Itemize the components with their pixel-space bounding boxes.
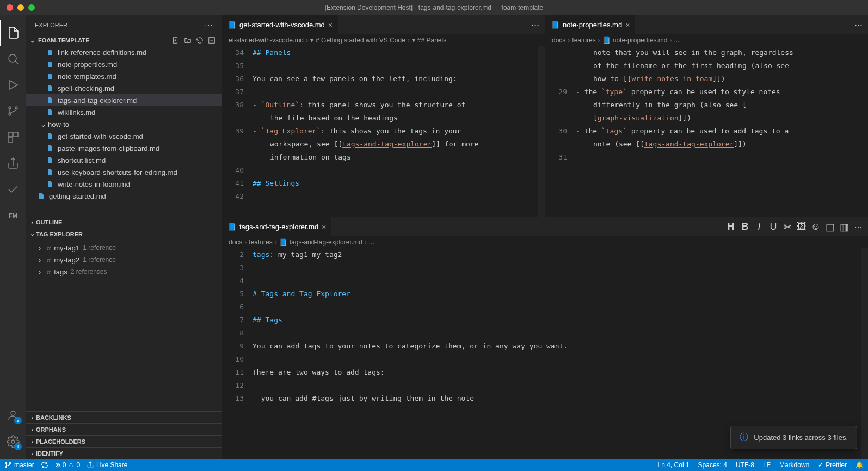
breadcrumbs[interactable]: et-started-with-vscode.md › ▾ # Getting … (222, 34, 545, 46)
strikethrough-icon[interactable]: U (769, 223, 778, 231)
errors-indicator[interactable]: ⊗0 ⚠0 (55, 461, 80, 469)
tag-item[interactable]: ›#my-tag11 reference (26, 242, 222, 254)
file-item[interactable]: write-notes-in-foam.md (26, 178, 222, 190)
split-icon[interactable]: ▥ (840, 223, 848, 231)
maximize-window-button[interactable] (28, 4, 35, 11)
encoding-indicator[interactable]: UTF-8 (736, 461, 754, 469)
main-area: FM 2 1 EXPLORER ··· ⌄ FOAM-TEMPLATE (0, 15, 868, 459)
svg-point-0 (9, 54, 16, 62)
backlinks-section[interactable]: › BACKLINKS (26, 411, 222, 423)
tag-item[interactable]: ›#tags2 references (26, 266, 222, 278)
settings-activity[interactable]: 1 (0, 429, 26, 455)
file-item[interactable]: tags-and-tag-explorer.md (26, 94, 222, 106)
code-content[interactable]: ## Panels You can see a few panels on th… (253, 46, 538, 217)
search-activity[interactable] (0, 46, 26, 72)
file-item[interactable]: paste-images-from-clipboard.md (26, 142, 222, 154)
folder-item[interactable]: ⌄how-to (26, 118, 222, 130)
minimize-window-button[interactable] (17, 4, 24, 11)
emoji-icon[interactable]: ☺ (811, 223, 820, 231)
file-item[interactable]: shortcut-list.md (26, 154, 222, 166)
foam-activity[interactable]: FM (0, 203, 26, 229)
more-icon[interactable]: ··· (854, 223, 863, 231)
titlebar: [Extension Development Host] - tags-and-… (0, 0, 868, 15)
svg-point-12 (5, 462, 7, 463)
placeholders-label: PLACEHOLDERS (36, 438, 85, 445)
file-item[interactable]: getting-started.md (26, 190, 222, 202)
file-item[interactable]: get-started-with-vscode.md (26, 130, 222, 142)
editor-top-row: 📘 get-started-with-vscode.md × ··· et-st… (222, 15, 868, 217)
breadcrumbs[interactable]: docs › features › 📘 note-properties.md ›… (545, 34, 868, 46)
sidebar-header: EXPLORER ··· (26, 15, 222, 34)
tab-actions: ··· (849, 15, 868, 34)
close-tab-icon[interactable]: × (625, 21, 630, 29)
file-item[interactable]: link-reference-definitions.md (26, 46, 222, 58)
customize-layout-icon[interactable] (854, 4, 861, 11)
sync-indicator[interactable] (41, 461, 48, 469)
identify-label: IDENTIFY (36, 450, 63, 457)
branch-icon (4, 461, 12, 469)
tab-get-started[interactable]: 📘 get-started-with-vscode.md × (222, 15, 338, 34)
code-editor[interactable]: 293031 note that you will see in the gra… (545, 46, 868, 217)
file-item[interactable]: note-properties.md (26, 58, 222, 70)
bold-icon[interactable]: B (741, 223, 749, 231)
tab-note-properties[interactable]: 📘 note-properties.md × (545, 15, 636, 34)
cursor-position[interactable]: Ln 4, Col 1 (658, 461, 690, 469)
collapse-icon[interactable] (208, 36, 216, 44)
italic-icon[interactable]: I (755, 223, 764, 231)
indentation-indicator[interactable]: Spaces: 4 (698, 461, 727, 469)
image-icon[interactable]: 🖼 (797, 223, 806, 231)
code-editor[interactable]: 343536373839404142 ## Panels You can see… (222, 46, 545, 217)
file-item[interactable]: wikilinks.md (26, 106, 222, 118)
chevron-right-icon: › (28, 450, 36, 457)
minimap[interactable] (861, 248, 868, 459)
live-share-indicator[interactable]: Live Share (87, 461, 127, 469)
extensions-activity[interactable] (0, 124, 26, 150)
notification-toast[interactable]: ⓘ Updated 3 links across 3 files. (730, 426, 857, 449)
toggle-panel-right-icon[interactable] (841, 4, 848, 11)
file-item[interactable]: note-templates.md (26, 70, 222, 82)
branch-indicator[interactable]: master (4, 461, 34, 469)
new-folder-icon[interactable] (184, 36, 192, 44)
close-tab-icon[interactable]: × (328, 21, 333, 29)
activity-bar: FM 2 1 (0, 15, 26, 459)
toggle-panel-bottom-icon[interactable] (828, 4, 835, 11)
new-file-icon[interactable] (172, 36, 180, 44)
breadcrumbs[interactable]: docs › features › 📘 tags-and-tag-explore… (222, 236, 868, 248)
eol-indicator[interactable]: LF (763, 461, 771, 469)
preview-side-icon[interactable]: ◫ (826, 223, 834, 231)
language-indicator[interactable]: Markdown (779, 461, 809, 469)
minimap[interactable] (538, 46, 545, 217)
refresh-icon[interactable] (196, 36, 204, 44)
outline-section[interactable]: › OUTLINE (26, 216, 222, 228)
identify-section[interactable]: › IDENTIFY (26, 447, 222, 459)
more-icon[interactable]: ··· (531, 19, 539, 30)
heading-icon[interactable]: H (727, 223, 735, 231)
workspace-root-header[interactable]: ⌄ FOAM-TEMPLATE (26, 34, 222, 46)
run-debug-activity[interactable] (0, 72, 26, 98)
tag-tree[interactable]: ›#my-tag11 reference›#my-tag21 reference… (26, 240, 222, 411)
toggle-panel-left-icon[interactable] (815, 4, 822, 11)
file-tree[interactable]: link-reference-definitions.mdnote-proper… (26, 46, 222, 216)
source-control-activity[interactable] (0, 98, 26, 124)
tag-explorer-section[interactable]: ⌄ TAG EXPLORER (26, 228, 222, 240)
orphans-section[interactable]: › ORPHANS (26, 423, 222, 435)
file-item[interactable]: use-keyboard-shortcuts-for-editing.md (26, 166, 222, 178)
tab-tags-explorer[interactable]: 📘 tags-and-tag-explorer.md × (222, 217, 332, 236)
cut-icon[interactable]: ✂ (783, 223, 792, 231)
notifications-icon[interactable]: 🔔 (855, 461, 864, 469)
explorer-activity[interactable] (0, 20, 26, 46)
error-icon: ⊗ (55, 461, 60, 469)
more-icon[interactable]: ··· (854, 19, 863, 30)
close-window-button[interactable] (7, 4, 13, 11)
share-activity[interactable] (0, 150, 26, 176)
prettier-indicator[interactable]: ✓ Prettier (818, 461, 847, 469)
code-content[interactable]: note that you will see in the graph, reg… (576, 46, 868, 217)
testing-activity[interactable] (0, 176, 26, 203)
more-actions-icon[interactable]: ··· (205, 22, 213, 28)
tab-bar: 📘 note-properties.md × ··· (545, 15, 868, 34)
tag-item[interactable]: ›#my-tag21 reference (26, 254, 222, 266)
file-item[interactable]: spell-checking.md (26, 82, 222, 94)
close-tab-icon[interactable]: × (322, 223, 326, 231)
accounts-activity[interactable]: 2 (0, 402, 26, 429)
placeholders-section[interactable]: › PLACEHOLDERS (26, 435, 222, 447)
